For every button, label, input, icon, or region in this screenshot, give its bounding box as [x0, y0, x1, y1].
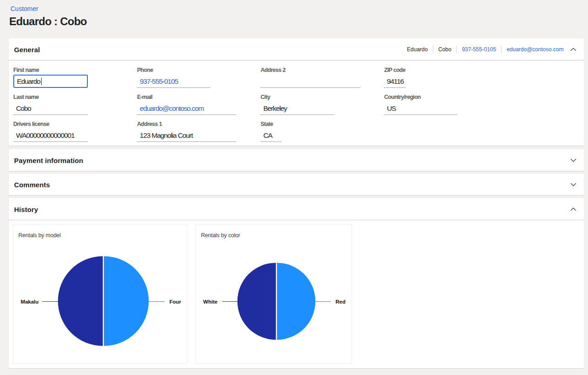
- svg-text:Four: Four: [169, 299, 181, 304]
- svg-text:White: White: [203, 299, 217, 304]
- svg-text:Red: Red: [335, 299, 345, 304]
- svg-text:Makalu: Makalu: [21, 299, 38, 304]
